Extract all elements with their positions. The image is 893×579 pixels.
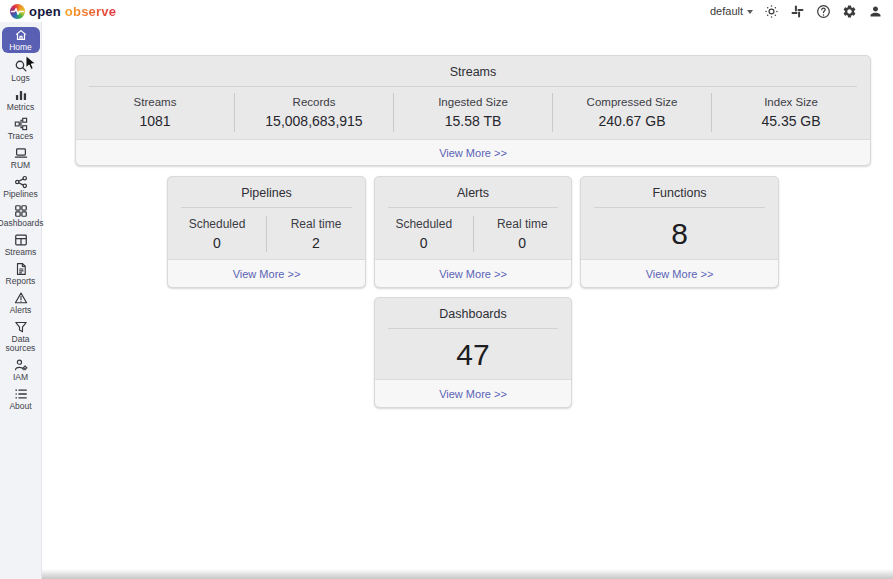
stat-real-time: Real time 2 <box>267 217 365 251</box>
sidebar-item-data-sources[interactable]: Data sources <box>0 317 42 355</box>
stat-value: 240.67 GB <box>553 113 711 129</box>
alerts-card-title: Alerts <box>375 177 571 200</box>
functions-card-title: Functions <box>581 177 778 200</box>
stat-label: Scheduled <box>375 217 473 231</box>
stat-real-time: Real time 0 <box>474 217 572 251</box>
list-lines-icon <box>14 387 28 401</box>
divider <box>89 86 857 87</box>
sidebar-nav: Home Logs Metrics <box>0 22 42 579</box>
stat-value: 0 <box>474 235 572 251</box>
sidebar-item-label: Traces <box>8 132 34 141</box>
sidebar-item-label: Streams <box>5 248 37 257</box>
sidebar-item-metrics[interactable]: Metrics <box>0 85 42 114</box>
divider <box>388 207 558 208</box>
stat-label: Scheduled <box>168 217 266 231</box>
stat-scheduled: Scheduled 0 <box>375 217 473 251</box>
warning-triangle-icon <box>14 291 28 305</box>
pipelines-view-more-button[interactable]: View More >> <box>168 259 365 287</box>
sidebar-item-label: Metrics <box>7 103 34 112</box>
schema-nodes-icon <box>14 117 28 131</box>
topbar-actions: default <box>710 3 883 19</box>
sidebar-item-label: Reports <box>6 277 36 286</box>
pipelines-card: Pipelines Scheduled 0 Real time 2 View M… <box>167 176 366 288</box>
stat-scheduled: Scheduled 0 <box>168 217 266 251</box>
sidebar-item-label: Home <box>9 43 32 52</box>
sidebar-item-label: About <box>9 402 31 411</box>
sidebar-item-label: Dashboards <box>0 219 43 228</box>
sidebar-item-rum[interactable]: RUM <box>0 143 42 172</box>
alerts-view-more-button[interactable]: View More >> <box>375 259 571 287</box>
pipelines-card-title: Pipelines <box>168 177 365 200</box>
streams-stats-row: Streams 1081 Records 15,008,683,915 Inge… <box>76 88 870 136</box>
stat-ingested-size: Ingested Size 15.58 TB <box>393 93 552 132</box>
stat-label: Real time <box>267 217 365 231</box>
dashboards-card-title: Dashboards <box>375 298 571 321</box>
stat-label: Compressed Size <box>553 96 711 108</box>
sidebar-item-pipelines[interactable]: Pipelines <box>0 172 42 201</box>
slack-icon[interactable] <box>789 3 805 19</box>
sidebar-item-alerts[interactable]: Alerts <box>0 288 42 317</box>
stat-value: 45.35 GB <box>712 113 870 129</box>
view-more-label: View More >> <box>233 268 301 280</box>
view-more-label: View More >> <box>439 388 507 400</box>
alerts-stats-row: Scheduled 0 Real time 0 <box>375 210 571 258</box>
sidebar-item-label: IAM <box>13 373 28 382</box>
stat-value: 0 <box>168 235 266 251</box>
view-more-label: View More >> <box>646 268 714 280</box>
logo-text-observe: observe <box>65 4 116 19</box>
pipelines-stats-row: Scheduled 0 Real time 2 <box>168 210 365 258</box>
functions-view-more-button[interactable]: View More >> <box>581 259 778 287</box>
help-icon[interactable] <box>815 3 831 19</box>
sidebar-item-dashboards[interactable]: Dashboards <box>0 201 42 230</box>
share-nodes-icon <box>14 175 28 189</box>
sidebar-item-iam[interactable]: IAM <box>0 355 42 384</box>
view-more-label: View More >> <box>439 268 507 280</box>
user-gear-icon <box>14 358 28 372</box>
stat-records: Records 15,008,683,915 <box>234 93 393 132</box>
stat-value: 2 <box>267 235 365 251</box>
sidebar-item-home[interactable]: Home <box>2 27 40 53</box>
organization-label: default <box>710 5 743 17</box>
stat-value: 15,008,683,915 <box>235 113 393 129</box>
stat-value: 0 <box>375 235 473 251</box>
sidebar-item-reports[interactable]: Reports <box>0 259 42 288</box>
dashboards-view-more-button[interactable]: View More >> <box>375 379 571 407</box>
sidebar-item-about[interactable]: About <box>0 384 42 413</box>
dashboards-card: Dashboards 47 View More >> <box>374 297 572 408</box>
functions-count: 8 <box>581 208 778 260</box>
openobserve-logo-icon <box>10 4 25 19</box>
laptop-icon <box>14 146 28 160</box>
stat-label: Index Size <box>712 96 870 108</box>
sidebar-item-label: Logs <box>11 74 29 83</box>
theme-light-icon[interactable] <box>763 3 779 19</box>
sidebar-item-label: Pipelines <box>3 190 38 199</box>
sidebar-item-logs[interactable]: Logs <box>0 56 42 85</box>
settings-icon[interactable] <box>841 3 857 19</box>
topbar: open observe default <box>0 0 893 22</box>
stat-compressed-size: Compressed Size 240.67 GB <box>552 93 711 132</box>
streams-view-more-button[interactable]: View More >> <box>76 139 870 165</box>
stat-label: Ingested Size <box>394 96 552 108</box>
sidebar-item-label: Alerts <box>10 306 32 315</box>
app-logo[interactable]: open observe <box>10 4 116 19</box>
sidebar-item-traces[interactable]: Traces <box>0 114 42 143</box>
organization-selector[interactable]: default <box>710 5 753 17</box>
grid-tiles-icon <box>14 204 28 218</box>
funnel-filter-icon <box>14 320 28 334</box>
account-icon[interactable] <box>867 3 883 19</box>
stat-index-size: Index Size 45.35 GB <box>711 93 870 132</box>
dashboards-count: 47 <box>375 329 571 381</box>
stat-label: Records <box>235 96 393 108</box>
chevron-down-icon <box>747 10 753 14</box>
view-more-label: View More >> <box>439 147 507 159</box>
bar-chart-icon <box>14 88 28 102</box>
sidebar-item-label: RUM <box>11 161 30 170</box>
stat-value: 1081 <box>76 113 234 129</box>
logo-text-open: open <box>29 4 61 19</box>
sidebar-item-streams[interactable]: Streams <box>0 230 42 259</box>
home-icon <box>14 28 28 42</box>
stat-label: Streams <box>76 96 234 108</box>
search-icon <box>14 59 28 73</box>
sidebar-item-label: Data sources <box>0 335 42 353</box>
stat-label: Real time <box>474 217 572 231</box>
